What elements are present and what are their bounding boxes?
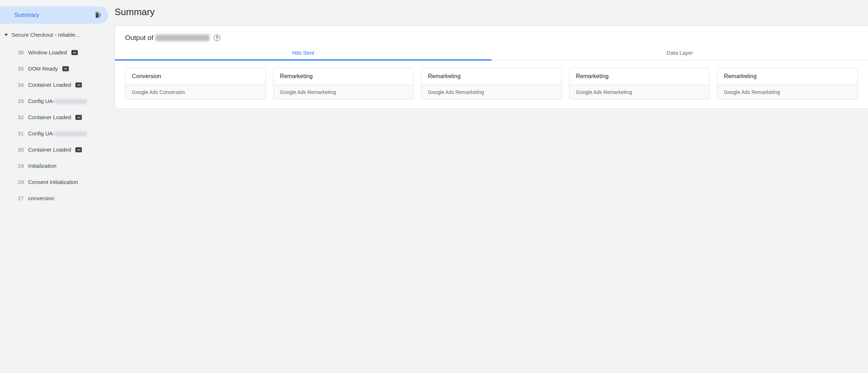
hit-card-subtitle: Google Ads Remarketing <box>274 85 414 99</box>
event-item[interactable]: 35 DOM Ready <> <box>0 60 108 77</box>
event-item[interactable]: 29 Initialization <box>0 158 108 174</box>
event-list: 36 Window Loaded <> 35 DOM Ready <> 34 C… <box>0 44 108 206</box>
hit-card[interactable]: Remarketing Google Ads Remarketing <box>273 68 414 100</box>
clear-icon[interactable] <box>94 11 102 19</box>
page-title: Summary <box>115 6 868 18</box>
event-label-text: Config UA- <box>28 98 54 104</box>
help-icon[interactable]: ? <box>214 35 220 41</box>
hit-card[interactable]: Remarketing Google Ads Remarketing <box>717 68 858 100</box>
event-label: conversion <box>28 195 54 201</box>
sidebar-item-summary[interactable]: Summary <box>0 6 108 24</box>
event-label: Consent Initialization <box>28 179 78 185</box>
event-label: Container Loaded <box>28 82 71 88</box>
api-badge-icon: <> <box>75 82 82 87</box>
hit-card-title: Remarketing <box>717 68 858 85</box>
sidebar-section-title: Secure Checkout - reliable… <box>12 32 81 38</box>
hit-card-title: Remarketing <box>570 68 710 85</box>
hit-card-subtitle: Google Ads Remarketing <box>421 85 562 99</box>
hit-card-subtitle: Google Ads Remarketing <box>717 85 858 99</box>
sidebar: Summary Secure Checkout - reliable… 36 W… <box>0 0 108 243</box>
svg-rect-0 <box>99 14 101 14</box>
redacted-text <box>54 99 87 104</box>
sidebar-summary-label: Summary <box>14 12 39 18</box>
event-item[interactable]: 27 conversion <box>0 190 108 206</box>
api-badge-icon: <> <box>71 50 78 55</box>
svg-rect-1 <box>99 15 101 16</box>
redacted-text <box>155 35 209 41</box>
hit-card[interactable]: Remarketing Google Ads Remarketing <box>569 68 710 100</box>
tabs: Hits Sent Data Layer <box>115 45 868 60</box>
event-number: 31 <box>17 130 24 136</box>
sidebar-section-header[interactable]: Secure Checkout - reliable… <box>0 32 108 38</box>
hit-card-title: Remarketing <box>421 68 562 85</box>
event-label: Config UA- <box>28 98 87 104</box>
svg-rect-2 <box>99 17 101 17</box>
event-item[interactable]: 36 Window Loaded <> <box>0 44 108 60</box>
event-label: Window Loaded <box>28 49 67 55</box>
event-label: Container Loaded <box>28 114 71 120</box>
api-badge-icon: <> <box>75 147 82 152</box>
tab-data-layer[interactable]: Data Layer <box>492 45 868 60</box>
api-badge-icon: <> <box>62 66 69 71</box>
panel-header: Output of ? <box>115 26 868 45</box>
event-number: 32 <box>17 114 24 120</box>
event-label-text: Config UA- <box>28 130 54 136</box>
output-panel: Output of ? Hits Sent Data Layer Convers… <box>115 26 868 109</box>
chevron-down-icon <box>4 34 8 36</box>
event-item[interactable]: 31 Config UA- <box>0 125 108 141</box>
event-number: 36 <box>17 49 24 55</box>
event-item[interactable]: 34 Container Loaded <> <box>0 77 108 93</box>
event-item[interactable]: 30 Container Loaded <> <box>0 141 108 158</box>
event-number: 35 <box>17 66 24 72</box>
event-number: 27 <box>17 195 24 201</box>
event-item[interactable]: 33 Config UA- <box>0 93 108 109</box>
event-label: Initialization <box>28 163 56 169</box>
event-number: 28 <box>17 179 24 185</box>
event-item[interactable]: 28 Consent Initialization <box>0 174 108 190</box>
hit-card-title: Conversion <box>125 68 266 85</box>
api-badge-icon: <> <box>75 115 82 120</box>
event-number: 33 <box>17 98 24 104</box>
main-content: Summary Output of ? Hits Sent Data Layer… <box>108 0 868 243</box>
event-label: DOM Ready <box>28 66 58 72</box>
hit-card-title: Remarketing <box>274 68 414 85</box>
event-number: 30 <box>17 147 24 153</box>
event-item[interactable]: 32 Container Loaded <> <box>0 109 108 125</box>
hit-card-subtitle: Google Ads Remarketing <box>570 85 710 99</box>
event-label: Container Loaded <box>28 147 71 153</box>
tab-hits-sent[interactable]: Hits Sent <box>115 45 492 60</box>
event-number: 29 <box>17 163 24 169</box>
hit-card-subtitle: Google Ads Conversion <box>125 85 266 99</box>
event-number: 34 <box>17 82 24 88</box>
hit-card[interactable]: Remarketing Google Ads Remarketing <box>421 68 562 100</box>
event-label: Config UA- <box>28 130 87 136</box>
redacted-text <box>54 131 87 136</box>
app-root: Summary Secure Checkout - reliable… 36 W… <box>0 0 868 243</box>
hit-card[interactable]: Conversion Google Ads Conversion <box>125 68 266 100</box>
output-label: Output of <box>125 34 153 42</box>
hit-cards: Conversion Google Ads Conversion Remarke… <box>115 60 868 100</box>
